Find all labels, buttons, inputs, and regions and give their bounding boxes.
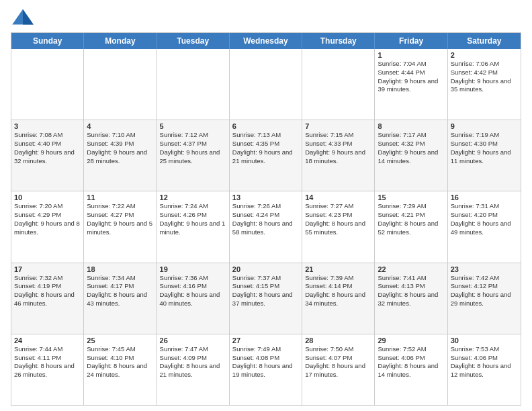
day-cell-9: 9Sunrise: 7:19 AMSunset: 4:30 PMDaylight… — [448, 120, 521, 191]
header-day-tuesday: Tuesday — [157, 33, 230, 49]
empty-cell — [230, 49, 302, 120]
calendar-row-0: 1Sunrise: 7:04 AMSunset: 4:44 PMDaylight… — [11, 49, 521, 120]
calendar-body: 1Sunrise: 7:04 AMSunset: 4:44 PMDaylight… — [11, 49, 521, 405]
day-number: 3 — [14, 122, 81, 130]
day-number: 23 — [451, 265, 518, 273]
empty-cell — [11, 49, 84, 120]
day-cell-18: 18Sunrise: 7:34 AMSunset: 4:17 PMDayligh… — [84, 263, 157, 334]
day-number: 6 — [232, 122, 299, 130]
empty-cell — [84, 49, 157, 120]
day-number: 1 — [378, 51, 444, 59]
day-cell-16: 16Sunrise: 7:31 AMSunset: 4:20 PMDayligh… — [448, 191, 521, 262]
calendar-row-1: 3Sunrise: 7:08 AMSunset: 4:40 PMDaylight… — [11, 120, 521, 191]
day-info: Sunrise: 7:04 AMSunset: 4:44 PMDaylight:… — [378, 60, 444, 94]
day-cell-26: 26Sunrise: 7:47 AMSunset: 4:09 PMDayligh… — [157, 334, 230, 405]
day-number: 21 — [305, 265, 371, 273]
logo-icon — [11, 8, 35, 27]
day-cell-24: 24Sunrise: 7:44 AMSunset: 4:11 PMDayligh… — [11, 334, 84, 405]
day-number: 27 — [232, 336, 299, 345]
day-info: Sunrise: 7:08 AMSunset: 4:40 PMDaylight:… — [14, 131, 81, 165]
day-info: Sunrise: 7:10 AMSunset: 4:39 PMDaylight:… — [87, 131, 153, 165]
day-cell-15: 15Sunrise: 7:29 AMSunset: 4:21 PMDayligh… — [375, 191, 447, 262]
day-cell-20: 20Sunrise: 7:37 AMSunset: 4:15 PMDayligh… — [230, 263, 302, 334]
day-number: 16 — [451, 193, 518, 201]
calendar-row-2: 10Sunrise: 7:20 AMSunset: 4:29 PMDayligh… — [11, 191, 521, 262]
day-info: Sunrise: 7:12 AMSunset: 4:37 PMDaylight:… — [160, 131, 226, 165]
day-info: Sunrise: 7:49 AMSunset: 4:08 PMDaylight:… — [232, 345, 299, 379]
day-info: Sunrise: 7:29 AMSunset: 4:21 PMDaylight:… — [378, 202, 444, 236]
day-number: 8 — [378, 122, 444, 130]
day-number: 18 — [87, 265, 153, 273]
svg-marker-1 — [23, 9, 34, 25]
header-day-thursday: Thursday — [302, 33, 375, 49]
day-cell-7: 7Sunrise: 7:15 AMSunset: 4:33 PMDaylight… — [302, 120, 375, 191]
day-cell-4: 4Sunrise: 7:10 AMSunset: 4:39 PMDaylight… — [84, 120, 157, 191]
day-cell-19: 19Sunrise: 7:36 AMSunset: 4:16 PMDayligh… — [157, 263, 230, 334]
day-number: 17 — [14, 265, 81, 273]
day-info: Sunrise: 7:31 AMSunset: 4:20 PMDaylight:… — [451, 202, 518, 236]
header-day-saturday: Saturday — [448, 33, 521, 49]
day-info: Sunrise: 7:06 AMSunset: 4:42 PMDaylight:… — [451, 60, 518, 94]
day-info: Sunrise: 7:47 AMSunset: 4:09 PMDaylight:… — [160, 345, 226, 379]
page: SundayMondayTuesdayWednesdayThursdayFrid… — [0, 0, 532, 411]
day-cell-1: 1Sunrise: 7:04 AMSunset: 4:44 PMDaylight… — [375, 49, 447, 120]
day-cell-2: 2Sunrise: 7:06 AMSunset: 4:42 PMDaylight… — [448, 49, 521, 120]
day-number: 15 — [378, 193, 444, 201]
day-info: Sunrise: 7:53 AMSunset: 4:06 PMDaylight:… — [451, 345, 518, 379]
day-number: 28 — [305, 336, 371, 345]
day-number: 7 — [305, 122, 371, 130]
day-number: 22 — [378, 265, 444, 273]
empty-cell — [157, 49, 230, 120]
day-cell-17: 17Sunrise: 7:32 AMSunset: 4:19 PMDayligh… — [11, 263, 84, 334]
day-info: Sunrise: 7:22 AMSunset: 4:27 PMDaylight:… — [87, 202, 153, 236]
day-info: Sunrise: 7:27 AMSunset: 4:23 PMDaylight:… — [305, 202, 371, 236]
day-cell-5: 5Sunrise: 7:12 AMSunset: 4:37 PMDaylight… — [157, 120, 230, 191]
logo — [11, 8, 38, 27]
day-number: 5 — [160, 122, 226, 130]
day-cell-10: 10Sunrise: 7:20 AMSunset: 4:29 PMDayligh… — [11, 191, 84, 262]
header-day-wednesday: Wednesday — [230, 33, 302, 49]
day-info: Sunrise: 7:34 AMSunset: 4:17 PMDaylight:… — [87, 274, 153, 308]
day-number: 19 — [160, 265, 226, 273]
day-info: Sunrise: 7:42 AMSunset: 4:12 PMDaylight:… — [451, 274, 518, 308]
day-cell-22: 22Sunrise: 7:41 AMSunset: 4:13 PMDayligh… — [375, 263, 447, 334]
calendar-row-3: 17Sunrise: 7:32 AMSunset: 4:19 PMDayligh… — [11, 263, 521, 334]
header-day-sunday: Sunday — [11, 33, 84, 49]
day-info: Sunrise: 7:36 AMSunset: 4:16 PMDaylight:… — [160, 274, 226, 308]
day-number: 25 — [87, 336, 153, 345]
day-number: 11 — [87, 193, 153, 201]
day-info: Sunrise: 7:26 AMSunset: 4:24 PMDaylight:… — [232, 202, 299, 236]
day-cell-25: 25Sunrise: 7:45 AMSunset: 4:10 PMDayligh… — [84, 334, 157, 405]
day-number: 30 — [451, 336, 518, 345]
day-info: Sunrise: 7:39 AMSunset: 4:14 PMDaylight:… — [305, 274, 371, 308]
day-info: Sunrise: 7:24 AMSunset: 4:26 PMDaylight:… — [160, 202, 226, 236]
day-cell-12: 12Sunrise: 7:24 AMSunset: 4:26 PMDayligh… — [157, 191, 230, 262]
day-info: Sunrise: 7:37 AMSunset: 4:15 PMDaylight:… — [232, 274, 299, 308]
day-info: Sunrise: 7:15 AMSunset: 4:33 PMDaylight:… — [305, 131, 371, 165]
day-cell-14: 14Sunrise: 7:27 AMSunset: 4:23 PMDayligh… — [302, 191, 375, 262]
day-info: Sunrise: 7:45 AMSunset: 4:10 PMDaylight:… — [87, 345, 153, 379]
day-info: Sunrise: 7:20 AMSunset: 4:29 PMDaylight:… — [14, 202, 81, 236]
day-number: 9 — [451, 122, 518, 130]
day-number: 10 — [14, 193, 81, 201]
day-info: Sunrise: 7:41 AMSunset: 4:13 PMDaylight:… — [378, 274, 444, 308]
day-cell-23: 23Sunrise: 7:42 AMSunset: 4:12 PMDayligh… — [448, 263, 521, 334]
day-number: 29 — [378, 336, 444, 345]
calendar: SundayMondayTuesdayWednesdayThursdayFrid… — [11, 32, 521, 406]
day-info: Sunrise: 7:44 AMSunset: 4:11 PMDaylight:… — [14, 345, 81, 379]
day-number: 4 — [87, 122, 153, 130]
day-cell-3: 3Sunrise: 7:08 AMSunset: 4:40 PMDaylight… — [11, 120, 84, 191]
day-number: 14 — [305, 193, 371, 201]
day-cell-13: 13Sunrise: 7:26 AMSunset: 4:24 PMDayligh… — [230, 191, 302, 262]
day-cell-28: 28Sunrise: 7:50 AMSunset: 4:07 PMDayligh… — [302, 334, 375, 405]
day-info: Sunrise: 7:50 AMSunset: 4:07 PMDaylight:… — [305, 345, 371, 379]
header-day-friday: Friday — [375, 33, 447, 49]
day-cell-21: 21Sunrise: 7:39 AMSunset: 4:14 PMDayligh… — [302, 263, 375, 334]
day-info: Sunrise: 7:19 AMSunset: 4:30 PMDaylight:… — [451, 131, 518, 165]
day-info: Sunrise: 7:52 AMSunset: 4:06 PMDaylight:… — [378, 345, 444, 379]
day-cell-29: 29Sunrise: 7:52 AMSunset: 4:06 PMDayligh… — [375, 334, 447, 405]
header-day-monday: Monday — [84, 33, 157, 49]
calendar-header: SundayMondayTuesdayWednesdayThursdayFrid… — [11, 33, 521, 49]
day-number: 20 — [232, 265, 299, 273]
day-cell-8: 8Sunrise: 7:17 AMSunset: 4:32 PMDaylight… — [375, 120, 447, 191]
